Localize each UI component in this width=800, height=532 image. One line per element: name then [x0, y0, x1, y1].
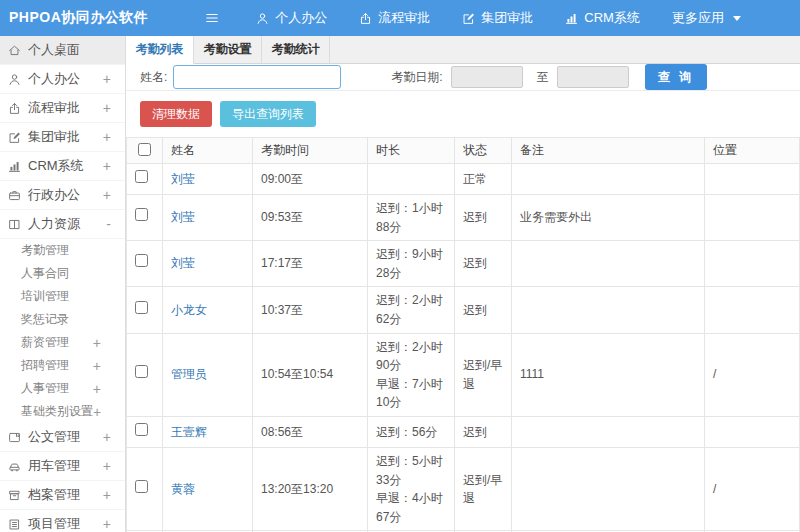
date-from-input[interactable] — [451, 66, 523, 88]
expand-plus-icon: + — [93, 404, 101, 420]
tab-attendance-stats[interactable]: 考勤统计 — [262, 36, 330, 64]
topnav-item-crm[interactable]: CRM系统 — [565, 9, 640, 27]
row-checkbox-cell — [127, 164, 163, 195]
top-header: PHPOA协同办公软件 个人办公流程审批集团审批CRM系统更多应用 — [0, 0, 800, 36]
date-to-input[interactable] — [557, 66, 629, 88]
date-range-to-label: 至 — [537, 69, 549, 86]
note-cell — [512, 164, 705, 195]
sidebar-item-workflow-approval[interactable]: 流程审批+ — [0, 94, 125, 123]
sidebar-subitem-base-category[interactable]: 基础类别设置+ — [0, 400, 125, 423]
sidebar-item-document-mgmt[interactable]: 公文管理+ — [0, 423, 125, 452]
name-cell: 刘莹 — [163, 195, 253, 241]
employee-name-link[interactable]: 小龙女 — [171, 303, 207, 317]
table-row: 小龙女10:37至迟到：2小时62分迟到 — [127, 287, 800, 333]
sidebar-item-crm[interactable]: CRM系统+ — [0, 152, 125, 181]
status-cell: 迟到 — [455, 241, 512, 287]
topnav-label: CRM系统 — [584, 9, 640, 27]
page-layout: 个人桌面个人办公+流程审批+集团审批+CRM系统+行政办公+人力资源-考勤管理人… — [0, 36, 800, 532]
sidebar-subitem-label: 考勤管理 — [21, 242, 101, 259]
employee-name-link[interactable]: 黄蓉 — [171, 482, 195, 496]
sidebar-subitem-label: 人事管理 — [21, 380, 93, 397]
sidebar-subitem-hr-contract[interactable]: 人事合同 — [0, 262, 125, 285]
expand-plus-icon: + — [103, 458, 111, 474]
sidebar-subitem-salary-mgmt[interactable]: 薪资管理+ — [0, 331, 125, 354]
sidebar-item-admin-office[interactable]: 行政办公+ — [0, 181, 125, 210]
user-icon — [256, 12, 269, 25]
topnav-item-more-apps[interactable]: 更多应用 — [672, 9, 741, 27]
employee-name-link[interactable]: 刘莹 — [171, 172, 195, 186]
status-cell: 迟到/早退 — [455, 333, 512, 416]
expand-plus-icon: + — [103, 516, 111, 532]
row-checkbox[interactable] — [135, 208, 148, 221]
topnav-label: 更多应用 — [672, 9, 724, 27]
project-icon — [8, 518, 21, 531]
search-button[interactable]: 查 询 — [645, 64, 707, 90]
employee-name-link[interactable]: 刘莹 — [171, 210, 195, 224]
topnav-item-workflow-approval[interactable]: 流程审批 — [359, 9, 430, 27]
note-cell — [512, 287, 705, 333]
sidebar-item-hr[interactable]: 人力资源- — [0, 210, 125, 239]
select-all-checkbox[interactable] — [138, 143, 151, 156]
expand-plus-icon: + — [103, 129, 111, 145]
sidebar-subitem-personnel-mgmt[interactable]: 人事管理+ — [0, 377, 125, 400]
sidebar-item-personal-office[interactable]: 个人办公+ — [0, 65, 125, 94]
row-checkbox[interactable] — [135, 480, 148, 493]
sidebar-subitem-recruit-mgmt[interactable]: 招聘管理+ — [0, 354, 125, 377]
status-cell: 迟到 — [455, 287, 512, 333]
sidebar-subitem-label: 培训管理 — [21, 288, 101, 305]
sidebar-item-project-mgmt[interactable]: 项目管理+ — [0, 510, 125, 532]
sidebar-subitem-attendance-mgmt[interactable]: 考勤管理 — [0, 239, 125, 262]
location-cell — [705, 164, 800, 195]
status-cell: 迟到 — [455, 195, 512, 241]
expand-plus-icon: + — [93, 358, 101, 374]
actions-bar: 清理数据 导出查询列表 — [126, 91, 800, 137]
row-checkbox-cell — [127, 195, 163, 241]
employee-name-link[interactable]: 管理员 — [171, 367, 207, 381]
name-cell: 王壹辉 — [163, 416, 253, 447]
row-checkbox[interactable] — [135, 170, 148, 183]
sidebar-item-desktop[interactable]: 个人桌面 — [0, 36, 125, 65]
sidebar-item-label: 个人办公 — [28, 70, 103, 88]
sidebar-item-label: 用车管理 — [28, 457, 103, 475]
row-checkbox[interactable] — [135, 365, 148, 378]
sidebar-item-vehicle-mgmt[interactable]: 用车管理+ — [0, 452, 125, 481]
tab-bar: 考勤列表考勤设置考勤统计 — [126, 36, 800, 64]
row-checkbox[interactable] — [135, 423, 148, 436]
edit-icon — [8, 131, 21, 144]
sidebar-item-group-approval[interactable]: 集团审批+ — [0, 123, 125, 152]
row-checkbox-cell — [127, 241, 163, 287]
menu-toggle-icon[interactable] — [204, 11, 220, 25]
employee-name-link[interactable]: 王壹辉 — [171, 425, 207, 439]
column-header: 考勤时间 — [253, 138, 368, 164]
attendance-time-cell: 08:56至 — [253, 416, 368, 447]
column-header: 位置 — [705, 138, 800, 164]
topnav-item-personal-office[interactable]: 个人办公 — [256, 9, 327, 27]
sidebar-subitem-reward-records[interactable]: 奖惩记录 — [0, 308, 125, 331]
sidebar-item-label: CRM系统 — [28, 157, 103, 175]
note-cell: 1111 — [512, 333, 705, 416]
export-list-button[interactable]: 导出查询列表 — [220, 101, 316, 127]
sidebar-subitem-training-mgmt[interactable]: 培训管理 — [0, 285, 125, 308]
expand-plus-icon: + — [93, 381, 101, 397]
topnav-item-group-approval[interactable]: 集团审批 — [462, 9, 533, 27]
sidebar-nav: 个人桌面个人办公+流程审批+集团审批+CRM系统+行政办公+人力资源-考勤管理人… — [0, 36, 126, 532]
row-checkbox[interactable] — [135, 254, 148, 267]
employee-name-link[interactable]: 刘莹 — [171, 256, 195, 270]
name-cell: 刘莹 — [163, 164, 253, 195]
briefcase-icon — [8, 189, 21, 202]
status-cell: 正常 — [455, 164, 512, 195]
name-cell: 黄蓉 — [163, 447, 253, 530]
note-cell — [512, 241, 705, 287]
sidebar-item-label: 人力资源 — [28, 215, 106, 233]
row-checkbox[interactable] — [135, 301, 148, 314]
topnav-label: 集团审批 — [481, 9, 533, 27]
attendance-time-cell: 09:53至 — [253, 195, 368, 241]
tab-attendance-settings[interactable]: 考勤设置 — [194, 36, 262, 64]
location-cell — [705, 416, 800, 447]
attendance-time-cell: 10:54至10:54 — [253, 333, 368, 416]
tab-attendance-list[interactable]: 考勤列表 — [126, 36, 194, 64]
sidebar-item-archive-mgmt[interactable]: 档案管理+ — [0, 481, 125, 510]
location-cell — [705, 287, 800, 333]
name-filter-input[interactable] — [173, 65, 341, 89]
clean-data-button[interactable]: 清理数据 — [140, 101, 212, 127]
